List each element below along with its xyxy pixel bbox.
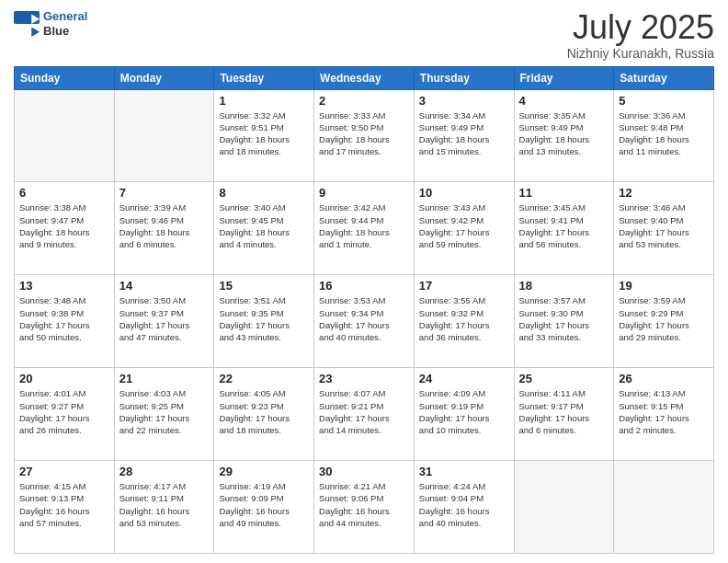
day-info: Sunrise: 4:19 AM Sunset: 9:09 PM Dayligh… <box>219 480 309 529</box>
day-number: 28 <box>119 465 210 478</box>
day-info: Sunrise: 3:46 AM Sunset: 9:40 PM Dayligh… <box>619 201 709 250</box>
logo: General Blue <box>14 9 87 38</box>
day-info: Sunrise: 4:07 AM Sunset: 9:21 PM Dayligh… <box>319 387 409 436</box>
day-cell: 17Sunrise: 3:55 AM Sunset: 9:32 PM Dayli… <box>414 275 514 368</box>
day-number: 26 <box>619 372 709 385</box>
day-number: 19 <box>619 279 709 293</box>
day-number: 31 <box>419 465 509 478</box>
day-cell <box>614 461 714 554</box>
day-cell: 18Sunrise: 3:57 AM Sunset: 9:30 PM Dayli… <box>514 275 614 368</box>
week-row-2: 6Sunrise: 3:38 AM Sunset: 9:47 PM Daylig… <box>15 182 714 275</box>
calendar-body: 1Sunrise: 3:32 AM Sunset: 9:51 PM Daylig… <box>15 89 714 553</box>
day-cell: 15Sunrise: 3:51 AM Sunset: 9:35 PM Dayli… <box>214 275 314 368</box>
day-cell: 9Sunrise: 3:42 AM Sunset: 9:44 PM Daylig… <box>314 182 415 275</box>
day-info: Sunrise: 3:34 AM Sunset: 9:49 PM Dayligh… <box>419 109 509 158</box>
day-number: 13 <box>19 279 109 293</box>
day-cell <box>514 461 614 554</box>
day-number: 24 <box>419 372 509 385</box>
day-number: 8 <box>219 186 309 200</box>
day-cell: 25Sunrise: 4:11 AM Sunset: 9:17 PM Dayli… <box>514 368 614 461</box>
day-number: 1 <box>219 94 309 108</box>
day-cell: 24Sunrise: 4:09 AM Sunset: 9:19 PM Dayli… <box>414 368 514 461</box>
day-info: Sunrise: 3:35 AM Sunset: 9:49 PM Dayligh… <box>519 109 609 158</box>
day-number: 12 <box>619 186 709 200</box>
day-info: Sunrise: 4:11 AM Sunset: 9:17 PM Dayligh… <box>519 387 609 436</box>
day-cell: 16Sunrise: 3:53 AM Sunset: 9:34 PM Dayli… <box>314 275 415 368</box>
day-info: Sunrise: 3:40 AM Sunset: 9:45 PM Dayligh… <box>219 201 309 250</box>
header: General Blue July 2025 Nizhniy Kuranakh,… <box>14 9 714 61</box>
day-cell: 13Sunrise: 3:48 AM Sunset: 9:38 PM Dayli… <box>15 275 115 368</box>
calendar-table: Sunday Monday Tuesday Wednesday Thursday… <box>14 66 714 554</box>
logo-icon <box>14 11 40 37</box>
logo-line2: Blue <box>43 24 87 39</box>
day-cell: 31Sunrise: 4:24 AM Sunset: 9:04 PM Dayli… <box>414 461 514 554</box>
day-cell: 4Sunrise: 3:35 AM Sunset: 9:49 PM Daylig… <box>514 89 614 182</box>
day-cell: 6Sunrise: 3:38 AM Sunset: 9:47 PM Daylig… <box>15 182 115 275</box>
logo-line1: General <box>43 9 87 23</box>
location-subtitle: Nizhniy Kuranakh, Russia <box>567 46 714 61</box>
day-number: 30 <box>319 465 409 478</box>
day-info: Sunrise: 3:36 AM Sunset: 9:48 PM Dayligh… <box>619 109 709 158</box>
day-cell: 30Sunrise: 4:21 AM Sunset: 9:06 PM Dayli… <box>314 461 415 554</box>
day-info: Sunrise: 4:24 AM Sunset: 9:04 PM Dayligh… <box>419 480 509 529</box>
day-cell: 7Sunrise: 3:39 AM Sunset: 9:46 PM Daylig… <box>114 182 214 275</box>
day-number: 15 <box>219 279 309 293</box>
day-cell: 10Sunrise: 3:43 AM Sunset: 9:42 PM Dayli… <box>414 182 514 275</box>
day-cell: 28Sunrise: 4:17 AM Sunset: 9:11 PM Dayli… <box>114 461 214 554</box>
header-row: Sunday Monday Tuesday Wednesday Thursday… <box>15 66 714 89</box>
day-number: 7 <box>119 186 210 200</box>
day-number: 11 <box>519 186 609 200</box>
day-cell: 29Sunrise: 4:19 AM Sunset: 9:09 PM Dayli… <box>214 461 314 554</box>
day-cell: 21Sunrise: 4:03 AM Sunset: 9:25 PM Dayli… <box>114 368 214 461</box>
day-cell <box>114 89 214 182</box>
day-cell: 5Sunrise: 3:36 AM Sunset: 9:48 PM Daylig… <box>614 89 714 182</box>
col-sunday: Sunday <box>15 66 115 89</box>
day-cell <box>15 89 115 182</box>
day-info: Sunrise: 3:50 AM Sunset: 9:37 PM Dayligh… <box>119 294 210 343</box>
day-cell: 3Sunrise: 3:34 AM Sunset: 9:49 PM Daylig… <box>414 89 514 182</box>
day-cell: 23Sunrise: 4:07 AM Sunset: 9:21 PM Dayli… <box>314 368 415 461</box>
week-row-5: 27Sunrise: 4:15 AM Sunset: 9:13 PM Dayli… <box>15 461 714 554</box>
day-number: 29 <box>219 465 309 478</box>
day-info: Sunrise: 4:03 AM Sunset: 9:25 PM Dayligh… <box>119 387 210 436</box>
page: General Blue July 2025 Nizhniy Kuranakh,… <box>0 0 728 563</box>
day-number: 21 <box>119 372 210 385</box>
day-cell: 11Sunrise: 3:45 AM Sunset: 9:41 PM Dayli… <box>514 182 614 275</box>
day-number: 5 <box>619 94 709 108</box>
day-info: Sunrise: 4:21 AM Sunset: 9:06 PM Dayligh… <box>319 480 409 529</box>
day-info: Sunrise: 3:55 AM Sunset: 9:32 PM Dayligh… <box>419 294 509 343</box>
day-info: Sunrise: 3:33 AM Sunset: 9:50 PM Dayligh… <box>319 109 409 158</box>
calendar-header: Sunday Monday Tuesday Wednesday Thursday… <box>15 66 714 89</box>
day-info: Sunrise: 3:38 AM Sunset: 9:47 PM Dayligh… <box>19 201 109 250</box>
day-info: Sunrise: 3:45 AM Sunset: 9:41 PM Dayligh… <box>519 201 609 250</box>
day-info: Sunrise: 3:39 AM Sunset: 9:46 PM Dayligh… <box>119 201 210 250</box>
col-monday: Monday <box>114 66 214 89</box>
day-info: Sunrise: 4:13 AM Sunset: 9:15 PM Dayligh… <box>619 387 709 436</box>
day-info: Sunrise: 3:48 AM Sunset: 9:38 PM Dayligh… <box>19 294 109 343</box>
day-number: 20 <box>19 372 109 385</box>
day-number: 14 <box>119 279 210 293</box>
day-cell: 1Sunrise: 3:32 AM Sunset: 9:51 PM Daylig… <box>214 89 314 182</box>
col-friday: Friday <box>514 66 614 89</box>
day-info: Sunrise: 4:09 AM Sunset: 9:19 PM Dayligh… <box>419 387 509 436</box>
day-number: 6 <box>19 186 109 200</box>
day-info: Sunrise: 4:01 AM Sunset: 9:27 PM Dayligh… <box>19 387 109 436</box>
day-number: 25 <box>519 372 609 385</box>
day-info: Sunrise: 3:51 AM Sunset: 9:35 PM Dayligh… <box>219 294 309 343</box>
day-cell: 14Sunrise: 3:50 AM Sunset: 9:37 PM Dayli… <box>114 275 214 368</box>
day-cell: 12Sunrise: 3:46 AM Sunset: 9:40 PM Dayli… <box>614 182 714 275</box>
week-row-1: 1Sunrise: 3:32 AM Sunset: 9:51 PM Daylig… <box>15 89 714 182</box>
week-row-4: 20Sunrise: 4:01 AM Sunset: 9:27 PM Dayli… <box>15 368 714 461</box>
day-info: Sunrise: 3:53 AM Sunset: 9:34 PM Dayligh… <box>319 294 409 343</box>
day-cell: 8Sunrise: 3:40 AM Sunset: 9:45 PM Daylig… <box>214 182 314 275</box>
col-thursday: Thursday <box>414 66 514 89</box>
day-info: Sunrise: 3:59 AM Sunset: 9:29 PM Dayligh… <box>619 294 709 343</box>
day-number: 23 <box>319 372 409 385</box>
day-info: Sunrise: 3:42 AM Sunset: 9:44 PM Dayligh… <box>319 201 409 250</box>
day-cell: 20Sunrise: 4:01 AM Sunset: 9:27 PM Dayli… <box>15 368 115 461</box>
col-saturday: Saturday <box>614 66 714 89</box>
day-cell: 19Sunrise: 3:59 AM Sunset: 9:29 PM Dayli… <box>614 275 714 368</box>
month-title: July 2025 <box>567 9 714 46</box>
day-number: 27 <box>19 465 109 478</box>
week-row-3: 13Sunrise: 3:48 AM Sunset: 9:38 PM Dayli… <box>15 275 714 368</box>
